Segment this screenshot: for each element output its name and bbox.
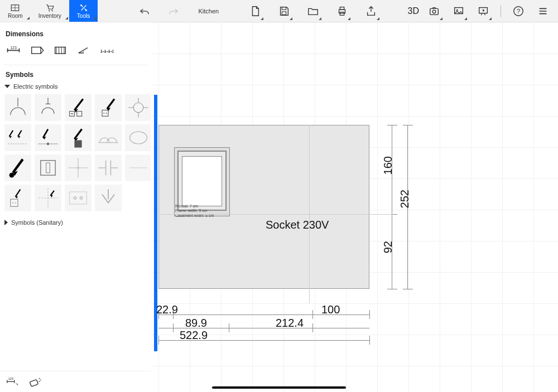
svg-rect-45 xyxy=(11,199,18,206)
symbol-blank-line[interactable] xyxy=(125,154,152,181)
svg-rect-24 xyxy=(70,112,75,117)
symbol-socket-bolt-small[interactable] xyxy=(4,185,31,211)
sanitary-symbols-toggle[interactable]: Symbols (Sanitary) xyxy=(4,219,148,226)
symbol-bolt-box[interactable] xyxy=(65,124,92,151)
tab-room[interactable]: Room xyxy=(0,0,31,22)
open-button[interactable] xyxy=(304,0,323,22)
tab-room-label: Room xyxy=(8,13,23,19)
camera-button[interactable] xyxy=(425,0,444,22)
dim-value: 89.9 xyxy=(185,317,207,330)
svg-point-26 xyxy=(71,113,72,114)
svg-marker-15 xyxy=(483,9,485,12)
save-icon xyxy=(278,5,290,17)
undo-icon xyxy=(138,5,151,17)
folder-icon xyxy=(307,5,319,17)
dim-value: 100 xyxy=(321,303,340,316)
svg-rect-9 xyxy=(340,12,344,15)
menu-button[interactable] xyxy=(533,0,552,22)
dim-auto-button[interactable] xyxy=(29,43,45,57)
dim-height-button[interactable] xyxy=(52,43,68,57)
svg-point-4 xyxy=(85,9,87,11)
help-button[interactable]: ? xyxy=(509,0,528,22)
cart-icon xyxy=(44,3,55,13)
svg-point-13 xyxy=(456,9,458,11)
electric-symbols-toggle[interactable]: Electric symbols xyxy=(4,83,148,90)
export-icon xyxy=(365,5,377,17)
dimension-tool-row: 123 xyxy=(4,42,148,65)
new-button[interactable] xyxy=(246,0,264,22)
svg-point-46 xyxy=(12,202,13,204)
svg-point-1 xyxy=(49,10,50,11)
render-button[interactable] xyxy=(449,0,468,22)
svg-rect-38 xyxy=(74,140,81,147)
socket-label[interactable]: Socket 230V xyxy=(266,219,329,231)
dimensions-heading: Dimensions xyxy=(6,30,147,38)
dim-angle-button[interactable] xyxy=(76,43,92,57)
symbol-dashed-cross[interactable] xyxy=(35,185,61,211)
dim-linear-button[interactable]: 123 xyxy=(6,43,21,57)
svg-rect-53 xyxy=(30,379,38,386)
symbol-bolt-point[interactable] xyxy=(35,124,61,151)
symbol-switch-single[interactable] xyxy=(35,154,61,181)
electric-symbols-label: Electric symbols xyxy=(13,83,57,90)
redo-icon xyxy=(167,5,180,17)
dim-value: 92 xyxy=(382,241,395,253)
symbol-socket-double[interactable] xyxy=(65,94,92,121)
symbol-arc-pair[interactable] xyxy=(95,124,122,151)
symbol-double-bolt[interactable] xyxy=(4,124,31,151)
room-name: Kitchen xyxy=(199,8,219,14)
measure-cursor-button[interactable]: 123 xyxy=(6,376,20,388)
svg-rect-22 xyxy=(55,47,66,54)
undo-button[interactable] xyxy=(135,0,154,22)
symbol-arrow-down[interactable] xyxy=(95,185,122,211)
svg-point-51 xyxy=(80,197,82,199)
camera-icon xyxy=(428,5,440,17)
svg-point-27 xyxy=(72,113,73,114)
symbol-ceiling-light[interactable] xyxy=(4,94,31,121)
svg-point-2 xyxy=(52,10,53,11)
symbol-empty xyxy=(125,185,152,211)
sanitary-symbols-label: Symbols (Sanitary) xyxy=(11,219,63,226)
print-icon xyxy=(336,5,348,17)
redo-button[interactable] xyxy=(164,0,183,22)
svg-point-11 xyxy=(432,10,436,13)
dim-chain-button[interactable] xyxy=(99,43,115,57)
symbol-socket-single-bolt[interactable] xyxy=(95,94,122,121)
svg-text:?: ? xyxy=(517,7,520,14)
svg-rect-42 xyxy=(46,163,50,173)
symbol-grid xyxy=(4,94,148,211)
document-icon xyxy=(249,5,261,17)
symbol-mirror-arc[interactable] xyxy=(125,124,152,151)
symbol-two-dots[interactable] xyxy=(65,185,92,211)
dim-value: 212.4 xyxy=(276,317,304,330)
picture-icon xyxy=(453,5,465,17)
symbol-connection[interactable] xyxy=(125,94,152,121)
hamburger-icon xyxy=(537,5,549,17)
dim-value: 522.9 xyxy=(180,329,208,342)
window-casement[interactable] xyxy=(182,156,222,206)
symbol-bolt-ground[interactable] xyxy=(4,154,31,181)
tab-inventory[interactable]: Inventory xyxy=(31,0,69,22)
symbol-wall-light[interactable] xyxy=(35,94,61,121)
svg-rect-8 xyxy=(340,7,344,9)
svg-point-3 xyxy=(80,4,82,6)
svg-point-30 xyxy=(103,113,104,114)
tab-tools[interactable]: Tools xyxy=(69,0,98,22)
laser-button[interactable] xyxy=(28,376,42,388)
view-3d-button[interactable]: 3D xyxy=(408,6,419,16)
save-button[interactable] xyxy=(275,0,294,22)
drawing-canvas[interactable]: Reveal: 7 cm Frame width: 5 cm Casement … xyxy=(151,22,558,392)
symbol-capacitor[interactable] xyxy=(95,154,122,181)
present-button[interactable] xyxy=(474,0,493,22)
svg-point-43 xyxy=(77,167,79,168)
export-button[interactable] xyxy=(362,0,381,22)
svg-point-40 xyxy=(9,173,15,178)
svg-point-31 xyxy=(106,113,107,114)
print-button[interactable] xyxy=(333,0,352,22)
tools-icon xyxy=(78,3,89,13)
svg-rect-10 xyxy=(430,8,439,14)
top-toolbar: Room Inventory Tools Kitchen xyxy=(0,0,558,22)
window-info-text: Reveal: 7 cm Frame width: 5 cm Casement … xyxy=(175,204,214,218)
svg-point-47 xyxy=(15,202,16,204)
symbol-cross[interactable] xyxy=(65,154,92,181)
